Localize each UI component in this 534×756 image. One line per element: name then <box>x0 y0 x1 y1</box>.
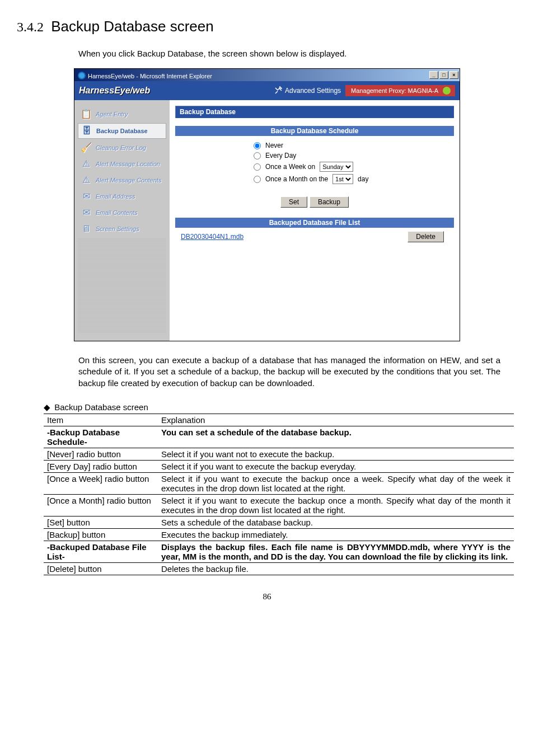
sidebar: 📋Agent Entry🗄Backup Database🧹Cleanup Err… <box>74 100 170 341</box>
schedule-options: Never Every Day Once a Week on Sunday On… <box>175 136 454 193</box>
table-cell-item: [Set] button <box>44 516 158 528</box>
sidebar-item-label: Agent Entry <box>96 111 128 118</box>
radio-once-week[interactable]: Once a Week on Sunday <box>254 161 454 173</box>
sidebar-item-icon: 🖥 <box>80 223 92 234</box>
table-cell-explanation: Executes the backup immediately. <box>158 528 514 541</box>
sidebar-item-icon: ⚠ <box>80 158 92 170</box>
table-row: [Never] radio buttonSelect it if you wan… <box>44 448 514 460</box>
page-number: 86 <box>17 592 517 602</box>
table-row: [Backup] buttonExecutes the backup immed… <box>44 528 514 541</box>
sidebar-item-label: Email Contents <box>96 209 138 216</box>
table-cell-explanation: Select it if you want to execute the bac… <box>158 472 514 494</box>
sidebar-item-label: Screen Settings <box>96 226 139 232</box>
table-header-item: Item <box>44 414 158 426</box>
sidebar-item-label: Backup Database <box>96 128 148 134</box>
radio-month-input[interactable] <box>254 176 261 183</box>
description-paragraph: On this screen, you can execute a backup… <box>78 355 500 389</box>
proxy-status: Management Proxy: MAGNIA-A <box>345 85 455 96</box>
explanation-table: Item Explanation -Backup Database Schedu… <box>44 414 514 575</box>
table-cell-item: [Once a Week] radio button <box>44 472 158 494</box>
table-cell-explanation: Select it if you want to execute the bac… <box>158 494 514 516</box>
status-indicator-icon <box>443 87 451 95</box>
panel-title: Backup Database <box>175 106 454 118</box>
radio-week-input[interactable] <box>254 163 261 171</box>
table-row: [Delete] buttonDeletes the backup file. <box>44 562 514 575</box>
sidebar-item-icon: 🧹 <box>80 142 92 153</box>
sidebar-item[interactable]: ⚠Alert Message Location <box>78 157 166 171</box>
sidebar-item-label: Alert Message Contents <box>96 177 161 184</box>
table-cell-item: [Once a Month] radio button <box>44 494 158 516</box>
sidebar-item[interactable]: ✉Email Address <box>78 189 166 204</box>
close-button[interactable]: × <box>449 71 458 79</box>
table-cell-item: -Backuped Database File List- <box>44 541 158 562</box>
table-cell-explanation: Displays the backup files. Each file nam… <box>158 541 514 562</box>
backup-file-link[interactable]: DB20030404N1.mdb <box>181 233 243 241</box>
sidebar-item-label: Cleanup Error Log <box>96 144 146 151</box>
intro-paragraph: When you click Backup Database, the scre… <box>78 49 517 58</box>
sidebar-item-icon: ⚠ <box>80 175 92 186</box>
table-cell-item: [Delete] button <box>44 562 158 575</box>
ie-icon <box>78 72 86 79</box>
table-cell-explanation: Sets a schedule of the database backup. <box>158 516 514 528</box>
table-cell-explanation: Select it if you want not to execute the… <box>158 448 514 460</box>
sidebar-item-icon: ✉ <box>80 191 92 202</box>
table-row: [Set] buttonSets a schedule of the datab… <box>44 516 514 528</box>
table-cell-explanation: Select it if you want to execute the bac… <box>158 460 514 472</box>
radio-never-input[interactable] <box>254 142 261 149</box>
table-header-explanation: Explanation <box>158 414 514 426</box>
sidebar-item-label: Email Address <box>96 193 135 200</box>
maximize-button[interactable]: □ <box>439 71 448 79</box>
section-heading: 3.4.2 Backup Database screen <box>17 18 517 35</box>
sidebar-item-icon: 🗄 <box>81 125 93 137</box>
table-row: [Once a Month] radio buttonSelect it if … <box>44 494 514 516</box>
advanced-settings-link[interactable]: Advanced Settings <box>274 86 341 95</box>
file-list-row: DB20030404N1.mdb Delete <box>175 228 454 246</box>
window-title: HarnessEye/web - Microsoft Internet Expl… <box>78 71 212 79</box>
tools-icon <box>274 86 283 95</box>
sidebar-item[interactable]: 📋Agent Entry <box>78 107 166 121</box>
window-title-bar: HarnessEye/web - Microsoft Internet Expl… <box>74 69 460 81</box>
sidebar-item[interactable]: 🖥Screen Settings <box>78 222 166 236</box>
app-header: HarnessEye/web Advanced Settings Managem… <box>74 81 460 100</box>
week-day-select[interactable]: Sunday <box>320 162 353 172</box>
app-logo: HarnessEye/web <box>79 86 150 96</box>
table-cell-item: [Backup] button <box>44 528 158 541</box>
content-pane: Backup Database Backup Database Schedule… <box>170 100 460 341</box>
sidebar-item[interactable]: 🧹Cleanup Error Log <box>78 140 166 155</box>
sidebar-item[interactable]: 🗄Backup Database <box>78 123 166 139</box>
screenshot-window: HarnessEye/web - Microsoft Internet Expl… <box>74 68 460 341</box>
delete-button[interactable]: Delete <box>407 231 444 242</box>
radio-every-input[interactable] <box>254 152 261 159</box>
table-cell-item: -Backup Database Schedule- <box>44 426 158 448</box>
table-cell-explanation: You can set a schedule of the database b… <box>158 426 514 448</box>
sidebar-item-label: Alert Message Location <box>96 161 160 167</box>
table-cell-item: [Every Day] radio button <box>44 460 158 472</box>
radio-once-month[interactable]: Once a Month on the 1st day <box>254 173 454 185</box>
section-title: Backup Database screen <box>51 18 214 35</box>
table-row: [Once a Week] radio buttonSelect it if y… <box>44 472 514 494</box>
month-day-select[interactable]: 1st <box>332 174 353 184</box>
section-number: 3.4.2 <box>17 20 44 34</box>
diamond-icon: ◆ <box>44 402 50 412</box>
sidebar-item-icon: ✉ <box>80 207 92 218</box>
set-button[interactable]: Set <box>280 196 307 208</box>
table-row: -Backup Database Schedule-You can set a … <box>44 426 514 448</box>
radio-every-day[interactable]: Every Day <box>254 151 454 161</box>
sidebar-item[interactable]: ✉Email Contents <box>78 205 166 220</box>
schedule-heading: Backup Database Schedule <box>175 126 454 136</box>
file-list-heading: Backuped Database File List <box>175 218 454 228</box>
backup-button[interactable]: Backup <box>310 196 349 208</box>
table-caption: ◆ Backup Database screen <box>44 402 517 412</box>
table-row: [Every Day] radio buttonSelect it if you… <box>44 460 514 472</box>
sidebar-item[interactable]: ⚠Alert Message Contents <box>78 173 166 187</box>
table-cell-explanation: Deletes the backup file. <box>158 562 514 575</box>
sidebar-filler <box>78 238 166 333</box>
minimize-button[interactable]: _ <box>429 71 438 79</box>
table-row: -Backuped Database File List-Displays th… <box>44 541 514 562</box>
sidebar-item-icon: 📋 <box>80 109 92 120</box>
radio-never[interactable]: Never <box>254 140 454 151</box>
table-cell-item: [Never] radio button <box>44 448 158 460</box>
